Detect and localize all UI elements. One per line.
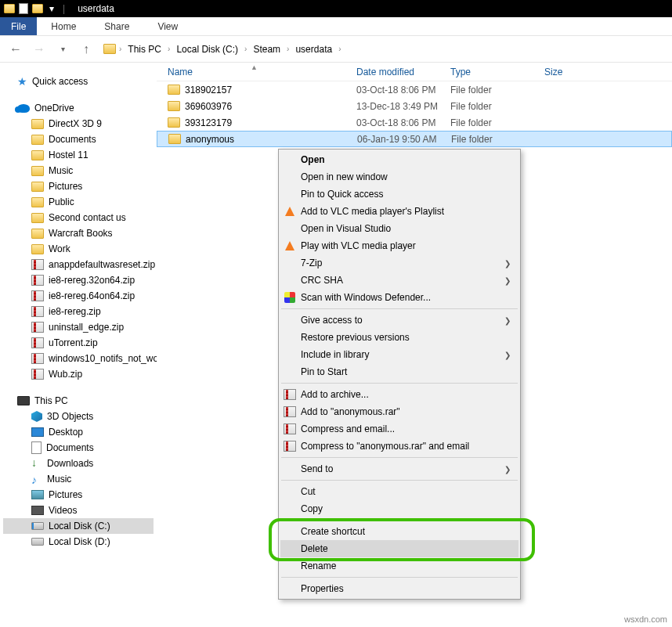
cm-add-archive[interactable]: Add to archive... — [280, 386, 518, 403]
cm-pin-start[interactable]: Pin to Start — [280, 363, 518, 380]
zip-icon — [31, 353, 44, 364]
chevron-right-icon: › — [338, 45, 341, 53]
tree-item[interactable]: ie8-rereg.zip — [3, 304, 154, 319]
tab-home[interactable]: Home — [37, 17, 90, 35]
forward-button[interactable]: → — [30, 40, 49, 59]
cm-open-vs[interactable]: Open in Visual Studio — [280, 220, 518, 237]
crumb-local-disk-c[interactable]: Local Disk (C:) — [173, 42, 241, 56]
cm-rename[interactable]: Rename — [280, 557, 518, 575]
cm-pin-quick-access[interactable]: Pin to Quick access — [280, 186, 518, 203]
cm-delete[interactable]: Delete — [280, 540, 518, 557]
cm-properties[interactable]: Properties — [280, 580, 518, 597]
navigation-tree[interactable]: ★Quick access OneDrive DirectX 3D 9 Docu… — [0, 63, 157, 627]
up-button[interactable]: ↑ — [77, 40, 96, 59]
cm-vlc-play[interactable]: Play with VLC media player — [280, 237, 518, 254]
tree-item[interactable]: Videos — [3, 503, 154, 518]
tree-item[interactable]: Second contact us — [3, 210, 154, 225]
tab-file[interactable]: File — [0, 17, 37, 35]
tree-item[interactable]: ie8-rereg.32on64.zip — [3, 272, 154, 288]
cm-open-new-window[interactable]: Open in new window — [280, 168, 518, 186]
cm-include-library[interactable]: Include in library❯ — [280, 346, 518, 363]
pin-icon: ★ — [17, 75, 27, 88]
footer-url: wsxdn.com — [624, 614, 667, 624]
file-name: 369603976 — [185, 101, 232, 112]
cm-cut[interactable]: Cut — [280, 483, 518, 500]
tree-this-pc[interactable]: This PC — [3, 393, 154, 409]
file-row[interactable]: 393123179 03-Oct-18 8:06 PM File folder — [157, 114, 672, 131]
tree-item[interactable]: DirectX 3D 9 — [3, 116, 154, 132]
cm-7zip[interactable]: 7-Zip❯ — [280, 254, 518, 272]
cm-copy[interactable]: Copy — [280, 500, 518, 517]
back-button[interactable]: ← — [6, 40, 25, 59]
folder-icon — [31, 182, 44, 192]
file-row-selected[interactable]: anonymous 06-Jan-19 9:50 AM File folder — [157, 131, 672, 147]
tab-share[interactable]: Share — [90, 17, 143, 35]
folder-icon — [168, 117, 180, 128]
archive-icon — [284, 405, 296, 418]
pc-icon — [17, 396, 30, 405]
crumb-steam[interactable]: Steam — [250, 42, 284, 56]
file-row[interactable]: 369603976 13-Dec-18 3:49 PM File folder — [157, 98, 672, 114]
crumb-userdata[interactable]: userdata — [292, 42, 335, 56]
archive-icon — [284, 423, 296, 435]
tree-item[interactable]: Warcraft Books — [3, 225, 154, 241]
archive-icon — [284, 440, 296, 452]
col-date[interactable]: Date modified — [356, 67, 450, 77]
tree-item[interactable]: windows10_notifs_not_wo — [3, 351, 154, 366]
tree-label: Documents — [46, 442, 94, 453]
tree-item[interactable]: Public — [3, 194, 154, 210]
tree-label: OneDrive — [34, 103, 74, 114]
tree-label: Music — [49, 165, 73, 176]
cm-defender[interactable]: Scan with Windows Defender... — [280, 289, 518, 306]
tree-item[interactable]: Downloads — [3, 456, 154, 471]
tab-view[interactable]: View — [143, 17, 192, 35]
cm-add-rar[interactable]: Add to "anonymous.rar" — [280, 403, 518, 420]
tree-item[interactable]: Documents — [3, 440, 154, 456]
chevron-right-icon: › — [168, 45, 170, 53]
tree-item[interactable]: uninstall_edge.zip — [3, 319, 154, 335]
ribbon-tabs: File Home Share View — [0, 17, 672, 36]
cm-compress-rar-email[interactable]: Compress to "anonymous.rar" and email — [280, 438, 518, 455]
separator — [281, 577, 518, 578]
tree-item[interactable]: ie8-rereg.64on64.zip — [3, 288, 154, 304]
sort-asc-icon: ▲ — [251, 63, 258, 71]
tree-item[interactable]: Desktop — [3, 424, 154, 440]
tree-label: Hostel 11 — [49, 150, 89, 160]
cm-crc-sha[interactable]: CRC SHA❯ — [280, 272, 518, 289]
tree-item[interactable]: 3D Objects — [3, 409, 154, 424]
tree-label: Work — [49, 243, 70, 254]
tree-item[interactable]: Music — [3, 471, 154, 487]
tree-item[interactable]: Wub.zip — [3, 366, 154, 382]
cm-compress-email[interactable]: Compress and email... — [280, 420, 518, 438]
tree-label: Pictures — [49, 181, 82, 192]
col-type[interactable]: Type — [450, 67, 544, 77]
cm-open[interactable]: Open — [280, 151, 518, 168]
tree-item[interactable]: uTorrent.zip — [3, 335, 154, 351]
cm-give-access[interactable]: Give access to❯ — [280, 312, 518, 329]
col-size[interactable]: Size — [544, 67, 607, 77]
tree-item[interactable]: Pictures — [3, 178, 154, 194]
tree-item[interactable]: Work — [3, 241, 154, 257]
tree-item[interactable]: Pictures — [3, 487, 154, 503]
tree-item[interactable]: Hostel 11 — [3, 147, 154, 163]
address-bar[interactable]: › This PC › Local Disk (C:) › Steam › us… — [100, 42, 341, 56]
tree-item[interactable]: Music — [3, 163, 154, 178]
separator — [281, 383, 518, 384]
tree-item[interactable]: anappdefaultwasreset.zip — [3, 257, 154, 272]
tree-label: 3D Objects — [47, 411, 93, 422]
tree-item-local-disk-c[interactable]: Local Disk (C:) — [3, 518, 154, 534]
cm-create-shortcut[interactable]: Create shortcut — [280, 523, 518, 540]
recent-locations-button[interactable]: ▾ — [53, 40, 72, 59]
tree-quick-access[interactable]: ★Quick access — [3, 74, 154, 89]
tree-onedrive[interactable]: OneDrive — [3, 100, 154, 116]
file-row[interactable]: 318902157 03-Oct-18 8:06 PM File folder — [157, 81, 672, 98]
tree-item[interactable]: Documents — [3, 132, 154, 147]
tree-item[interactable]: Local Disk (D:) — [3, 534, 154, 550]
crumb-this-pc[interactable]: This PC — [125, 42, 164, 56]
cm-vlc-playlist[interactable]: Add to VLC media player's Playlist — [280, 203, 518, 220]
file-date: 03-Oct-18 8:06 PM — [356, 85, 450, 95]
chevron-right-icon: ❯ — [504, 316, 511, 325]
titlebar-overflow-icon[interactable]: ▾ — [45, 2, 58, 15]
cm-send-to[interactable]: Send to❯ — [280, 460, 518, 477]
cm-restore[interactable]: Restore previous versions — [280, 329, 518, 346]
